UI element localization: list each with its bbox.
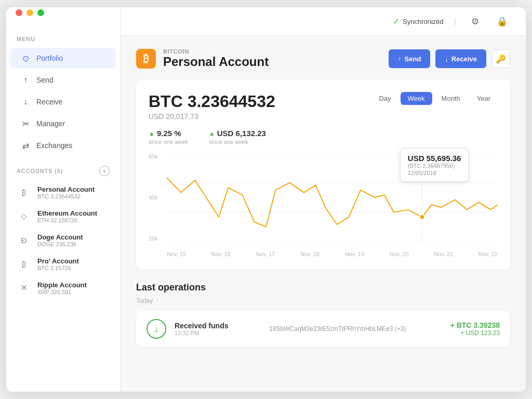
account-item-ethereum[interactable]: ◇ Ethereum Account ETH 32.158726 — [6, 204, 120, 228]
sidebar-item-exchanges-label: Exchanges — [36, 141, 72, 150]
main-content: ✓ Synchronized | ⚙ 🔒 ₿ BITCOIN Personal … — [121, 7, 526, 392]
ripple-account-icon: ✕ — [17, 281, 31, 295]
account-item-ripple[interactable]: ✕ Ripple Account XRP 326.591 — [6, 276, 120, 300]
sidebar-item-portfolio[interactable]: ⊙ Portfolio — [10, 48, 116, 69]
topbar-divider: | — [454, 17, 456, 26]
x-label-nov20: Nov. 20 — [389, 251, 408, 257]
account-pro-name: Pro' Account — [37, 257, 79, 265]
send-label: Send — [405, 55, 421, 63]
account-ethereum-sub: ETH 32.158726 — [37, 217, 97, 223]
operation-btc: + BTC 3.39238 — [450, 321, 500, 329]
operation-item: ↓ Received funds 12:32 PM 18SbWCaqM3e23r… — [136, 311, 510, 347]
y-axis: 60k 40k 20k — [149, 153, 167, 242]
receive-arrow-icon: ↓ — [445, 55, 448, 63]
last-operations-section: Last operations Today ↓ Received funds 1… — [136, 282, 510, 347]
receive-icon: ↓ — [21, 97, 30, 107]
stat-usd-value: USD 6,132.23 — [217, 129, 266, 138]
bitcoin-account-icon: ₿ — [17, 185, 31, 200]
accounts-label: ACCOUNTS (5) — [17, 168, 63, 174]
operation-address: 18SbWCaqM3e23rE5zmTtPRhYmHbLMEe3 (+3) — [269, 325, 442, 332]
page-header: ₿ BITCOIN Personal Account ↑ Send ↓ Rece… — [136, 48, 510, 69]
sidebar: MENU ⊙ Portfolio ↑ Send ↓ Receive ✂ Mana… — [6, 7, 121, 392]
exchanges-icon: ⇄ — [21, 141, 30, 150]
time-btn-year[interactable]: Year — [470, 92, 498, 105]
send-button[interactable]: ↑ Send — [389, 49, 430, 68]
page-title: Personal Account — [163, 55, 269, 69]
account-doge-sub: DOGE 236.236 — [37, 241, 83, 247]
chart-card: BTC 3.23644532 USD 20,017.73 Day Week Mo… — [136, 79, 510, 270]
x-label-nov15: Nov. 15 — [167, 251, 186, 257]
sidebar-item-receive[interactable]: ↓ Receive — [10, 91, 116, 112]
stat-percent: ▲ 9.25 % since one week — [149, 129, 188, 145]
account-pro-sub: BTC 2.15726 — [37, 265, 79, 271]
balance-btc: BTC 3.23644532 — [149, 92, 275, 111]
operation-time: 12:32 PM — [175, 330, 261, 336]
sync-icon: ✓ — [393, 17, 400, 26]
account-ripple-sub: XRP 326.591 — [37, 289, 87, 295]
operation-usd: + USD 123.23 — [450, 329, 500, 337]
account-item-pro[interactable]: ₿ Pro' Account BTC 2.15726 — [6, 252, 120, 276]
tooltip-usd: USD 55,695.36 — [408, 154, 461, 163]
sidebar-item-exchanges[interactable]: ⇄ Exchanges — [10, 135, 116, 156]
sidebar-item-manager[interactable]: ✂ Manager — [10, 113, 116, 134]
account-personal-sub: BTC 3.23644532 — [37, 193, 95, 200]
manager-icon: ✂ — [21, 119, 30, 128]
traffic-light-yellow[interactable] — [26, 9, 33, 16]
x-label-nov19: Nov. 19 — [345, 251, 364, 257]
sidebar-item-receive-label: Receive — [36, 98, 63, 106]
account-item-doge[interactable]: Ð Doge Account DOGE 236.236 — [6, 228, 120, 252]
account-ethereum-name: Ethereum Account — [37, 209, 97, 217]
account-item-personal[interactable]: ₿ Personal Account BTC 3.23644532 — [6, 180, 120, 204]
balance-usd: USD 20,017.73 — [149, 112, 275, 121]
accounts-header: ACCOUNTS (5) + — [6, 156, 120, 180]
send-arrow-icon: ↑ — [398, 55, 402, 63]
time-btn-week[interactable]: Week — [401, 92, 432, 105]
ethereum-account-icon: ◇ — [17, 209, 31, 223]
y-label-60k: 60k — [149, 153, 167, 159]
topbar: ✓ Synchronized | ⚙ 🔒 — [121, 7, 526, 36]
time-btn-month[interactable]: Month — [434, 92, 468, 105]
portfolio-icon: ⊙ — [21, 54, 30, 63]
key-button[interactable]: 🔑 — [491, 49, 510, 68]
app-window: MENU ⊙ Portfolio ↑ Send ↓ Receive ✂ Mana… — [6, 7, 526, 392]
add-account-button[interactable]: + — [99, 166, 110, 176]
lock-button[interactable]: 🔒 — [494, 13, 510, 30]
x-axis: Nov. 15 Nov. 16 Nov. 17 Nov. 18 Nov. 19 … — [167, 251, 498, 257]
operation-icon: ↓ — [147, 319, 166, 339]
x-label-nov16: Nov. 16 — [211, 251, 231, 257]
balance-section: BTC 3.23644532 USD 20,017.73 — [149, 92, 275, 121]
header-buttons: ↑ Send ↓ Receive 🔑 — [389, 49, 510, 68]
operation-amount: + BTC 3.39238 + USD 123.23 — [450, 321, 500, 337]
x-label-nov18: Nov. 18 — [300, 251, 320, 257]
percent-up-arrow: ▲ — [149, 130, 155, 137]
usd-up-arrow: ▲ — [209, 130, 215, 137]
page-subtitle: BITCOIN — [163, 48, 269, 55]
operations-sub: Today — [136, 297, 510, 304]
traffic-light-green[interactable] — [37, 9, 44, 16]
account-ripple-name: Ripple Account — [37, 281, 87, 289]
page-title-group: ₿ BITCOIN Personal Account — [136, 48, 269, 69]
operation-name: Received funds — [175, 322, 261, 330]
time-selector: Day Week Month Year — [371, 92, 498, 105]
settings-button[interactable]: ⚙ — [467, 13, 483, 30]
pro-account-icon: ₿ — [17, 257, 31, 271]
chart-header: BTC 3.23644532 USD 20,017.73 Day Week Mo… — [149, 92, 498, 121]
x-label-nov22: Nov. 22 — [478, 251, 498, 257]
tooltip-btc: (BTC 2.36487956) — [408, 163, 461, 169]
sidebar-item-send[interactable]: ↑ Send — [10, 70, 116, 90]
bitcoin-logo: ₿ — [136, 49, 156, 69]
receive-label: Receive — [451, 55, 477, 63]
stat-percent-value: 9.25 % — [157, 129, 181, 138]
sync-label: Synchronized — [403, 18, 444, 25]
operations-title: Last operations — [136, 282, 510, 293]
sync-status: ✓ Synchronized — [393, 17, 444, 26]
send-icon: ↑ — [21, 75, 30, 85]
y-label-20k: 20k — [149, 235, 167, 242]
chart-stats: ▲ 9.25 % since one week ▲ USD 6,132.23 s… — [149, 129, 498, 145]
traffic-light-red[interactable] — [16, 9, 22, 16]
time-btn-day[interactable]: Day — [371, 92, 398, 105]
stat-usd-label: since one week — [209, 139, 266, 145]
chart-container: 60k 40k 20k — [149, 153, 498, 257]
svg-point-5 — [420, 215, 424, 219]
receive-button[interactable]: ↓ Receive — [435, 49, 486, 68]
